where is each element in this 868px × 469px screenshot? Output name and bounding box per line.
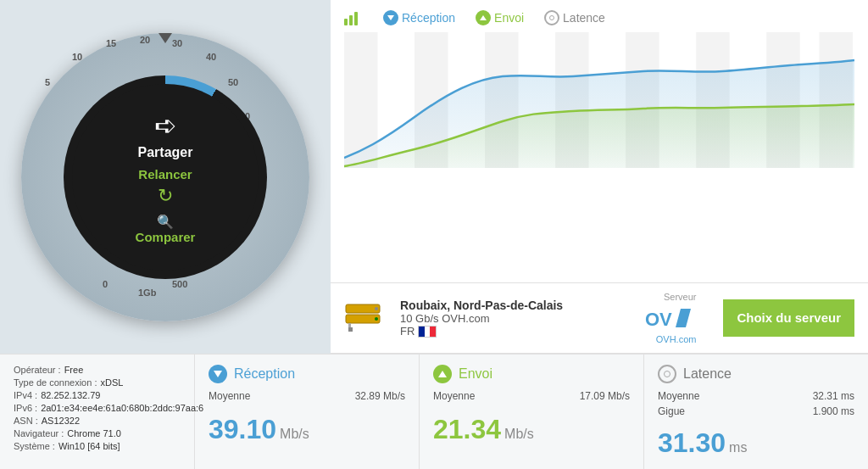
asn-val: AS12322 <box>42 416 80 426</box>
svg-point-10 <box>375 307 378 310</box>
latence-main-val: 31.30 <box>658 427 726 459</box>
type-val: xDSL <box>100 377 123 388</box>
reception-stat-title: Réception <box>234 366 295 382</box>
comparer-row[interactable]: 🔍 <box>157 214 174 230</box>
tab-envoi[interactable]: Envoi <box>476 10 524 25</box>
nav-key: Navigateur : <box>14 428 64 438</box>
ipv4-val: 82.252.132.79 <box>41 390 100 400</box>
latence-header: Latence <box>658 365 854 383</box>
chart-svg <box>344 32 854 168</box>
partager-label[interactable]: Partager <box>138 145 193 160</box>
envoi-main-val: 21.34 <box>433 414 501 445</box>
operateur-key: Opérateur : <box>14 365 61 375</box>
reception-main-val: 39.10 <box>209 414 276 445</box>
speed-marker <box>159 33 172 43</box>
tick-5: 5 <box>45 77 50 87</box>
gauge-outer: 15 20 30 40 50 60 70 80 90 100 500 1Gb 0… <box>21 33 309 321</box>
sys-key: Système : <box>14 441 55 451</box>
refresh-icon[interactable]: ↻ <box>158 185 173 207</box>
compare-icon: 🔍 <box>157 214 174 230</box>
latence-moyenne-label: Moyenne <box>658 390 699 402</box>
bottom-stats: Opérateur : Free Type de connexion : xDS… <box>0 354 868 469</box>
server-details: Roubaix, Nord-Pas-de-Calais 10 Gb/s OVH.… <box>400 299 632 338</box>
envoi-arrow <box>438 371 447 377</box>
bar1 <box>344 19 348 25</box>
svg-text:OV: OV <box>645 309 672 330</box>
tab-reception[interactable]: Réception <box>383 10 455 25</box>
flag-fr <box>418 326 437 338</box>
tick-10: 10 <box>72 52 82 62</box>
type-key: Type de connexion : <box>14 377 97 388</box>
envoi-main: 21.34 Mb/s <box>433 410 630 445</box>
tab-latence[interactable]: Latence <box>544 10 605 25</box>
bar3 <box>354 12 358 25</box>
reception-moyenne-row: Moyenne 32.89 Mb/s <box>209 390 405 402</box>
server-icon <box>344 298 387 338</box>
ipv4-key: IPv4 : <box>14 390 37 400</box>
reception-unit: Mb/s <box>280 427 309 442</box>
operator-info: Opérateur : Free Type de connexion : xDS… <box>0 355 195 469</box>
envoi-stat-box: Envoi Moyenne 17.09 Mb/s 21.34 Mb/s <box>420 355 644 469</box>
ipv6-key: IPv6 : <box>14 403 37 413</box>
bar-chart-icon <box>344 10 363 25</box>
tick-50: 50 <box>228 77 238 87</box>
ovh-logo-section: Serveur OV OVH.com <box>645 292 696 344</box>
reception-main: 39.10 Mb/s <box>209 410 405 445</box>
envoi-unit: Mb/s <box>504 427 534 442</box>
svg-rect-12 <box>348 327 353 332</box>
reception-stat-box: Réception Moyenne 32.89 Mb/s 39.10 Mb/s <box>195 355 420 469</box>
ipv6-val: 2a01:e34:ee4e:61a0:680b:2ddc:97aa:6 <box>41 403 203 413</box>
server-country: FR <box>400 325 632 338</box>
tick-15: 15 <box>106 38 116 48</box>
latence-stat-box: Latence Moyenne 32.31 ms Gigue 1.900 ms … <box>644 355 868 469</box>
serveur-label: Serveur <box>664 292 697 302</box>
up-arrow <box>480 15 487 20</box>
ovh-com-label: OVH.com <box>656 334 697 344</box>
gauge-ring: ➪ Partager Relancer ↻ 🔍 Comparer <box>64 75 267 279</box>
tick-40: 40 <box>206 52 216 62</box>
graph-tabs: Réception Envoi <box>344 10 854 25</box>
gauge-inner: ➪ Partager Relancer ↻ 🔍 Comparer <box>72 84 259 271</box>
sys-val: Win10 [64 bits] <box>58 441 120 451</box>
comparer-label[interactable]: Comparer <box>136 230 196 244</box>
envoi-tab-label: Envoi <box>494 11 524 25</box>
latence-gigue-label: Gigue <box>658 405 685 417</box>
tick-1gb: 1Gb <box>138 288 156 298</box>
speedometer-section: 15 20 30 40 50 60 70 80 90 100 500 1Gb 0… <box>0 0 331 354</box>
latence-moyenne-val: 32.31 ms <box>813 390 854 402</box>
latence-gigue-row: Gigue 1.900 ms <box>658 405 854 417</box>
down-arrow <box>387 15 394 20</box>
svg-point-11 <box>375 317 378 321</box>
server-info: Roubaix, Nord-Pas-de-Calais 10 Gb/s OVH.… <box>331 283 868 354</box>
bar2 <box>349 15 353 25</box>
latence-dot <box>549 15 554 20</box>
tick-30: 30 <box>172 38 182 48</box>
reception-header: Réception <box>209 365 405 383</box>
latence-stat-icon <box>658 365 676 383</box>
latence-tab-label: Latence <box>563 11 605 25</box>
ovh-logo: OV <box>645 305 696 331</box>
graph-section: Réception Envoi <box>331 0 868 283</box>
envoi-stat-title: Envoi <box>459 366 492 382</box>
latence-tab-icon <box>544 10 559 25</box>
envoi-tab-icon <box>476 10 491 25</box>
relancer-label[interactable]: Relancer <box>138 167 192 181</box>
share-icon: ➪ <box>154 109 177 142</box>
reception-moyenne-val: 32.89 Mb/s <box>355 390 405 402</box>
envoi-moyenne-row: Moyenne 17.09 Mb/s <box>433 390 630 402</box>
chart-area <box>344 32 854 168</box>
server-name: Roubaix, Nord-Pas-de-Calais <box>400 299 632 312</box>
reception-stat-icon <box>209 365 227 383</box>
reception-tab-icon <box>383 10 398 25</box>
latence-gigue-val: 1.900 ms <box>813 405 854 417</box>
envoi-moyenne-label: Moyenne <box>433 390 475 402</box>
latence-unit: ms <box>729 440 747 455</box>
reception-tab-label: Réception <box>402 11 455 25</box>
envoi-stat-icon <box>433 365 452 383</box>
tab-bar-chart[interactable] <box>344 10 363 25</box>
reception-arrow <box>214 371 222 377</box>
asn-key: ASN : <box>14 416 38 426</box>
envoi-header: Envoi <box>433 365 630 383</box>
choix-serveur-button[interactable]: Choix du serveur <box>723 299 854 337</box>
tick-500: 500 <box>172 279 187 289</box>
